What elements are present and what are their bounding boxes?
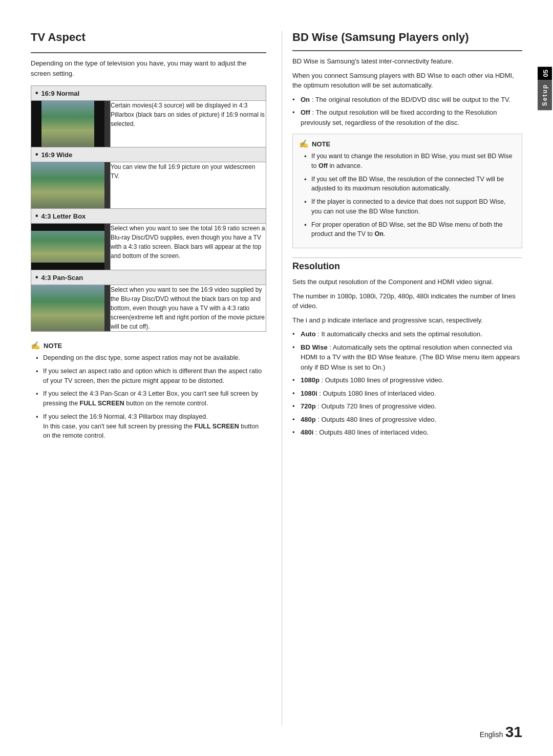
bd-wise-bullets: On : The original resolution of the BD/D… (292, 95, 522, 128)
list-item: If you select the 4:3 Pan-Scan or 4:3 Le… (36, 389, 266, 408)
aspect-header-169wide: 16:9 Wide (31, 147, 266, 162)
tv-aspect-note: ✍ NOTE Depending on the disc type, some … (31, 341, 266, 441)
tv-aspect-section: TV Aspect Depending on the type of telev… (31, 31, 266, 441)
bd-wise-note: ✍ NOTE If you want to change the resolut… (292, 134, 522, 248)
table-row: 4:3 Pan-Scan (31, 270, 266, 285)
aspect-desc-169wide: You can view the full 16:9 picture on yo… (111, 162, 266, 209)
list-item: 1080i : Outputs 1080 lines of interlaced… (292, 388, 522, 399)
note-icon: ✍ (31, 341, 40, 350)
aspect-image-43letterbox (31, 224, 104, 270)
aspect-header-43letterbox: 4:3 Letter Box (31, 209, 266, 223)
list-item: 480i : Outputs 480 lines of interlaced v… (292, 427, 522, 438)
resolution-intro1: Sets the output resolution of the Compon… (292, 277, 522, 287)
aspect-header-169normal: 16:9 Normal (31, 86, 266, 100)
resolution-bullets: Auto : It automatically checks and sets … (292, 329, 522, 438)
list-item: If the player is connected to a device t… (304, 197, 516, 217)
table-row: You can view the full 16:9 picture on yo… (31, 162, 266, 209)
note-list: Depending on the disc type, some aspect … (31, 353, 266, 441)
aspect-header-43panscan: 4:3 Pan-Scan (31, 270, 266, 285)
page: TV Aspect Depending on the type of telev… (0, 0, 553, 756)
bd-intro1: BD Wise is Samsung's latest inter-connec… (292, 56, 522, 67)
aspect-image-169wide (31, 162, 104, 208)
tv-aspect-intro: Depending on the type of television you … (31, 58, 266, 78)
footer-page-number: 31 (505, 723, 522, 741)
list-item: If you select the 16:9 Normal, 4:3 Pilla… (36, 412, 266, 441)
list-item: If you select an aspect ratio and option… (36, 366, 266, 386)
footer-language: English (480, 730, 503, 739)
list-item: For proper operation of BD Wise, set the… (304, 220, 516, 240)
resolution-title: Resolution (292, 257, 522, 272)
bd-note-title: ✍ NOTE (299, 139, 516, 148)
list-item: On : The original resolution of the BD/D… (292, 95, 522, 105)
table-row: 4:3 Letter Box (31, 209, 266, 224)
tv-aspect-title: TV Aspect (31, 31, 266, 46)
bd-intro2: When you connect Samsung players with BD… (292, 71, 522, 91)
note-title: ✍ NOTE (31, 341, 266, 350)
resolution-intro2: The number in 1080p, 1080i, 720p, 480p, … (292, 291, 522, 311)
bd-title-divider (292, 50, 522, 51)
list-item: BD Wise : Automatically sets the optimal… (292, 342, 522, 373)
table-row: Select when you want to see the total 16… (31, 224, 266, 270)
aspect-table: 16:9 Normal Certain movies(4:3 (31, 85, 266, 332)
aspect-image-43panscan (31, 285, 104, 331)
table-row: Certain movies(4:3 source) will be displ… (31, 101, 266, 147)
list-item: Off : The output resolution will be fixe… (292, 107, 522, 127)
resolution-section: Resolution Sets the output resolution of… (292, 257, 522, 438)
list-item: If you want to change the resolution in … (304, 152, 516, 171)
table-row: 16:9 Normal (31, 86, 266, 101)
table-row: 16:9 Wide (31, 147, 266, 162)
list-item: 1080p : Outputs 1080 lines of progressiv… (292, 375, 522, 385)
list-item: 480p : Outputs 480 lines of progressive … (292, 415, 522, 425)
title-divider (31, 52, 266, 53)
list-item: Depending on the disc type, some aspect … (36, 353, 266, 363)
aspect-image-169normal (31, 101, 104, 147)
resolution-intro3: The i and p indicate interlace and progr… (292, 315, 522, 326)
aspect-desc-169normal: Certain movies(4:3 source) will be displ… (111, 101, 266, 147)
chapter-number: 05 (538, 67, 552, 80)
bd-wise-title: BD Wise (Samsung Players only) (292, 31, 522, 44)
footer: English 31 (480, 723, 522, 741)
list-item: If you set off the BD Wise, the resoluti… (304, 175, 516, 194)
aspect-desc-43panscan: Select when you want to see the 16:9 vid… (111, 285, 266, 332)
right-column: BD Wise (Samsung Players only) BD Wise i… (282, 31, 522, 725)
bd-wise-section: BD Wise (Samsung Players only) BD Wise i… (292, 31, 522, 248)
table-row: Select when you want to see the 16:9 vid… (31, 285, 266, 332)
list-item: 720p : Outputs 720 lines of progressive … (292, 401, 522, 412)
note-icon: ✍ (299, 139, 309, 148)
side-tab: 05 Setup (537, 67, 553, 111)
left-column: TV Aspect Depending on the type of telev… (31, 31, 282, 725)
aspect-desc-43letterbox: Select when you want to see the total 16… (111, 224, 266, 270)
list-item: Auto : It automatically checks and sets … (292, 329, 522, 339)
bd-note-list: If you want to change the resolution in … (299, 152, 516, 239)
chapter-label: Setup (538, 80, 552, 110)
